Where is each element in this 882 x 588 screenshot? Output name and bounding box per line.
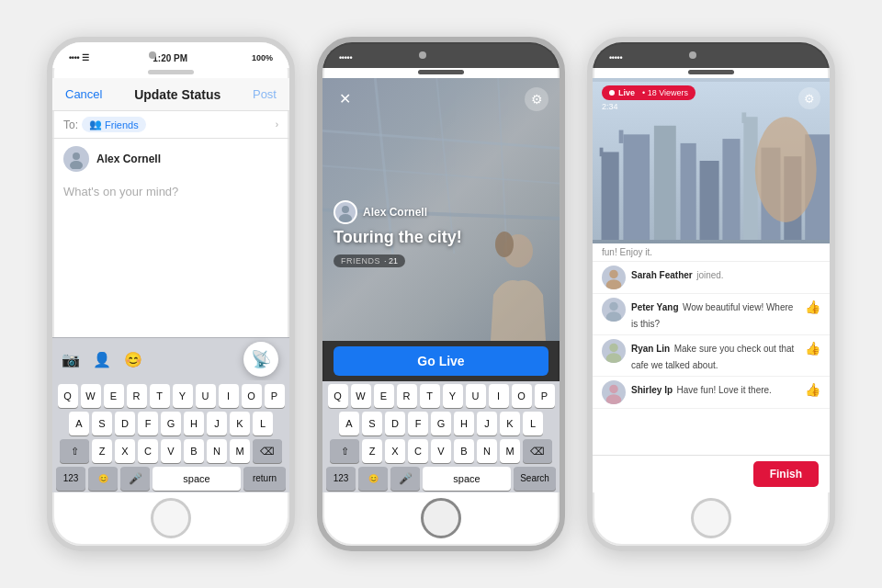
key-c[interactable]: C <box>138 439 158 463</box>
post-button[interactable]: Post <box>253 87 277 101</box>
finish-button[interactable]: Finish <box>753 461 819 487</box>
key2-g[interactable]: G <box>431 412 451 435</box>
key-j[interactable]: J <box>207 412 227 435</box>
key2-q[interactable]: Q <box>328 384 348 408</box>
key2-w[interactable]: W <box>351 384 371 408</box>
key2-v[interactable]: V <box>431 439 451 463</box>
key2-r[interactable]: R <box>397 384 417 408</box>
status-input[interactable]: What's on your mind? <box>52 179 289 337</box>
numbers-key[interactable]: 123 <box>56 467 85 491</box>
space-key[interactable]: space <box>153 467 241 491</box>
key-e[interactable]: E <box>104 384 124 408</box>
comment-ryan: Ryan Lin Make sure you check out that ca… <box>593 335 830 377</box>
settings-icon-3: ⚙ <box>804 92 815 106</box>
key-l[interactable]: L <box>253 412 273 435</box>
mic-key[interactable]: 🎤 <box>120 467 150 491</box>
return-key[interactable]: return <box>243 467 286 491</box>
key2-f[interactable]: F <box>408 412 428 435</box>
key2-x[interactable]: X <box>385 439 405 463</box>
key2-a[interactable]: A <box>339 412 359 435</box>
key2-i[interactable]: I <box>489 384 509 408</box>
key2-p[interactable]: P <box>535 384 555 408</box>
key2-z[interactable]: Z <box>362 439 382 463</box>
settings-button-3[interactable]: ⚙ <box>798 87 820 109</box>
key-h[interactable]: H <box>184 412 204 435</box>
emoji-icon[interactable]: 😊 <box>124 351 142 368</box>
status-bar-1: •••• ☰ 1:20 PM 100% <box>52 42 289 68</box>
key-r[interactable]: R <box>127 384 147 408</box>
close-button[interactable]: ✕ <box>334 87 356 109</box>
key2-b[interactable]: B <box>454 439 474 463</box>
key-v[interactable]: V <box>161 439 181 463</box>
shift-key-2[interactable]: ⇧ <box>330 439 359 463</box>
key2-j[interactable]: J <box>477 412 497 435</box>
audience-selector[interactable]: To: 👥 Friends › <box>52 111 289 139</box>
key-k[interactable]: K <box>230 412 250 435</box>
home-button-3[interactable] <box>691 498 731 538</box>
key-p[interactable]: P <box>265 384 285 408</box>
key-i[interactable]: I <box>219 384 239 408</box>
key-u[interactable]: U <box>196 384 216 408</box>
key2-d[interactable]: D <box>385 412 405 435</box>
keyboard-row-2: A S D F G H J K L <box>54 412 288 435</box>
key-y[interactable]: Y <box>173 384 193 408</box>
user-row: Alex Cornell <box>52 139 289 179</box>
user-name: Alex Cornell <box>96 153 161 165</box>
key2-k[interactable]: K <box>500 412 520 435</box>
key-q[interactable]: Q <box>58 384 78 408</box>
search-key[interactable]: Search <box>514 467 556 491</box>
keyboard2-row-1: Q W E R T Y U I O P <box>324 384 558 408</box>
peter-like-icon[interactable]: 👍 <box>805 300 820 314</box>
key-g[interactable]: G <box>161 412 181 435</box>
numbers-key-2[interactable]: 123 <box>326 467 356 491</box>
emoji-key-2[interactable]: 😊 <box>358 467 388 491</box>
finish-bar: Finish <box>593 455 830 492</box>
friends-pill[interactable]: 👥 Friends <box>82 117 146 132</box>
svg-rect-13 <box>602 152 619 240</box>
key-a[interactable]: A <box>69 412 89 435</box>
key-o[interactable]: O <box>242 384 262 408</box>
key-b[interactable]: B <box>184 439 204 463</box>
key-s[interactable]: S <box>92 412 112 435</box>
mic-key-2[interactable]: 🎤 <box>390 467 420 491</box>
key-m[interactable]: M <box>230 439 250 463</box>
key2-c[interactable]: C <box>408 439 428 463</box>
key-w[interactable]: W <box>81 384 101 408</box>
ryan-like-icon[interactable]: 👍 <box>805 341 820 356</box>
key-f[interactable]: F <box>138 412 158 435</box>
key-n[interactable]: N <box>207 439 227 463</box>
camera-icon[interactable]: 📷 <box>62 351 80 368</box>
svg-point-27 <box>609 270 617 278</box>
tag-person-icon[interactable]: 👤 <box>93 351 111 368</box>
key2-u[interactable]: U <box>466 384 486 408</box>
home-button-1[interactable] <box>151 498 191 538</box>
key2-h[interactable]: H <box>454 412 474 435</box>
key2-n[interactable]: N <box>477 439 497 463</box>
go-live-button[interactable]: Go Live <box>334 346 548 376</box>
key-x[interactable]: X <box>115 439 135 463</box>
key2-l[interactable]: L <box>523 412 543 435</box>
friends-audience-label: FRIENDS <box>341 256 380 266</box>
delete-key-2[interactable]: ⌫ <box>523 439 552 463</box>
key2-s[interactable]: S <box>362 412 382 435</box>
key2-t[interactable]: T <box>420 384 440 408</box>
settings-button-2[interactable]: ⚙ <box>525 87 548 111</box>
key2-y[interactable]: Y <box>443 384 463 408</box>
key-z[interactable]: Z <box>92 439 112 463</box>
key2-o[interactable]: O <box>512 384 532 408</box>
key2-m[interactable]: M <box>500 439 520 463</box>
cancel-button[interactable]: Cancel <box>65 87 102 101</box>
space-key-2[interactable]: space <box>423 467 511 491</box>
delete-key[interactable]: ⌫ <box>253 439 282 463</box>
key-t[interactable]: T <box>150 384 170 408</box>
nav-bar: Cancel Update Status Post <box>52 78 289 111</box>
emoji-key[interactable]: 😊 <box>88 467 118 491</box>
shirley-like-icon[interactable]: 👍 <box>805 382 820 397</box>
svg-rect-20 <box>722 139 740 240</box>
user-avatar <box>63 146 89 172</box>
key2-e[interactable]: E <box>374 384 394 408</box>
live-broadcast-icon-wrapper[interactable]: 📡 <box>243 342 278 377</box>
home-button-2[interactable] <box>421 498 461 538</box>
shift-key[interactable]: ⇧ <box>60 439 89 463</box>
key-d[interactable]: D <box>115 412 135 435</box>
